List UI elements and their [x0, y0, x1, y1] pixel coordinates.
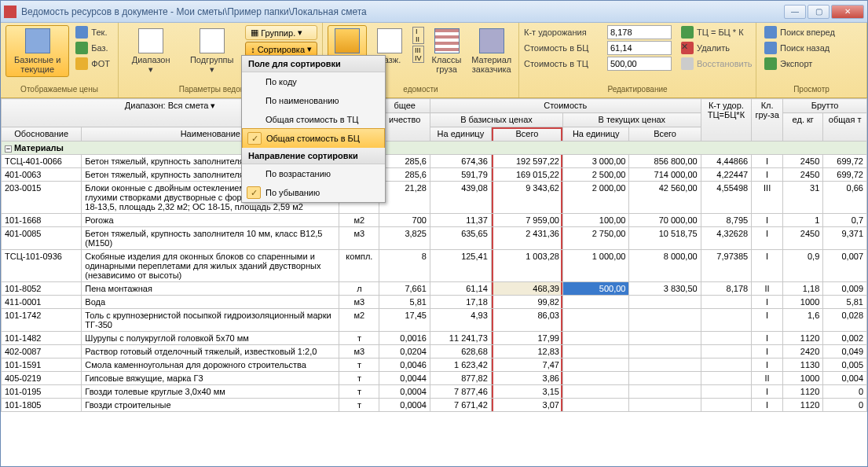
options-icon	[335, 28, 360, 53]
range-button[interactable]: Диапазон ▾	[123, 25, 178, 77]
delete-button[interactable]: ✕Удалить	[678, 41, 755, 55]
maximize-button[interactable]: ▢	[808, 5, 830, 19]
fot-button[interactable]: ФОТ	[72, 57, 113, 71]
export-button[interactable]: Экспорт	[761, 57, 838, 71]
table-row[interactable]: 401-0063Бетон тяжелый, крупность заполни…	[2, 168, 867, 182]
table-row[interactable]: 411-0001Водам35,8117,1899,82I10005,81	[2, 296, 867, 309]
group-icon: ▦	[251, 28, 258, 38]
table-row[interactable]: 402-0087Раствор готовый отделочный тяжел…	[2, 345, 867, 359]
category-row[interactable]: −Материалы	[2, 142, 867, 155]
ranges-icon	[377, 28, 402, 53]
table-row[interactable]: 101-1482Шурупы с полукруглой головкой 5x…	[2, 332, 867, 345]
ribbon: Базисные и текущие Тек. Баз. ФОТ Отображ…	[1, 23, 867, 98]
base-current-button[interactable]: Базисные и текущие	[5, 25, 69, 77]
search-back-button[interactable]: Поиск назад	[761, 41, 838, 55]
close-button[interactable]: ✕	[831, 5, 864, 19]
restore-button[interactable]: Восстановить	[678, 57, 755, 71]
table-row[interactable]: 101-1591Смола каменноугольная для дорожн…	[2, 359, 867, 372]
table-row[interactable]: 203-0015Блоки оконные с двойным остеклен…	[2, 182, 867, 214]
table-row[interactable]: 101-1805Гвозди строительныет0,00047 671,…	[2, 399, 867, 412]
table-row[interactable]: ТСЦ-401-0066Бетон тяжелый, крупность зап…	[2, 155, 867, 168]
table-row[interactable]: 101-1668Рогожам270011,377 959,00100,0070…	[2, 214, 867, 227]
dd-total-tc[interactable]: Общая стоимость в ТЦ	[242, 110, 385, 129]
window-title: Ведомость ресурсов в документе - Мои сме…	[21, 6, 784, 17]
titlebar: Ведомость ресурсов в документе - Мои сме…	[1, 1, 867, 23]
tek-button[interactable]: Тек.	[72, 25, 113, 39]
table-row[interactable]: ТСЦ-101-0936Скобяные изделия для оконных…	[2, 250, 867, 282]
table-row[interactable]: 101-0195Гвозди толевые круглые 3,0x40 мм…	[2, 385, 867, 399]
classes-button[interactable]: Классы груза	[427, 25, 467, 77]
table-row[interactable]: 101-8052Пена монтажнаял7,66161,14468,395…	[2, 282, 867, 296]
dd-total-bc[interactable]: ✓Общая стоимость в БЦ	[242, 128, 385, 149]
tc-input[interactable]	[607, 57, 672, 71]
table-row[interactable]: 101-1742Толь с крупнозернистой посыпкой …	[2, 309, 867, 332]
dd-asc[interactable]: По возрастанию	[242, 164, 385, 183]
material-button[interactable]: Материал заказчика	[470, 25, 515, 77]
export-icon	[764, 57, 777, 70]
table-row[interactable]: 405-0219Гипсовые вяжущие, марка Г3т0,004…	[2, 372, 867, 385]
search-icon	[764, 26, 777, 39]
roman-icon: I II	[412, 27, 424, 44]
material-icon	[479, 28, 504, 53]
search-icon	[764, 42, 777, 54]
baz-button[interactable]: Баз.	[72, 41, 113, 55]
prices-icon	[25, 28, 50, 53]
sort-dropdown: Поле для сортировки По коду По наименова…	[241, 55, 386, 203]
minimize-button[interactable]: —	[784, 5, 806, 19]
classes-icon	[434, 28, 460, 53]
dd-by-name[interactable]: По наименованию	[242, 91, 385, 110]
subgroups-icon	[200, 28, 225, 53]
dd-desc[interactable]: ✓По убыванию	[242, 183, 385, 202]
formula-button[interactable]: ТЦ = БЦ * К	[678, 25, 755, 39]
grid[interactable]: Диапазон: Вся смета ▾ бщее Стоимость К-т…	[1, 98, 867, 467]
range-icon	[138, 28, 163, 53]
group-button[interactable]: ▦Группир. ▾	[245, 25, 317, 40]
subgroups-button[interactable]: Подгруппы ▾	[181, 25, 242, 77]
sort-icon: ↕	[251, 45, 255, 54]
search-fwd-button[interactable]: Поиск вперед	[761, 25, 838, 39]
dd-by-code[interactable]: По коду	[242, 72, 385, 91]
kt-input[interactable]	[607, 25, 672, 39]
table-row[interactable]: 401-0085Бетон тяжелый, крупность заполни…	[2, 227, 867, 250]
bc-input[interactable]	[607, 41, 672, 55]
app-icon	[4, 6, 16, 18]
